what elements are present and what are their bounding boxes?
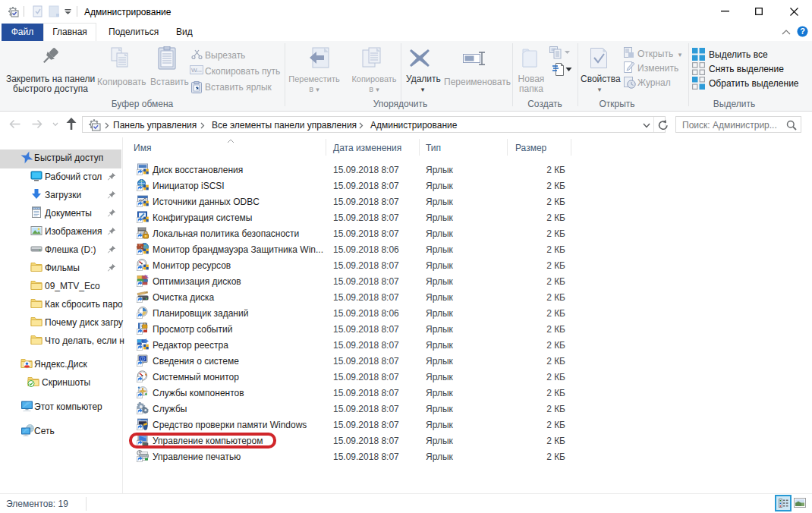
svg-text:?: ? <box>800 27 805 36</box>
svg-text:W: W <box>191 67 197 74</box>
